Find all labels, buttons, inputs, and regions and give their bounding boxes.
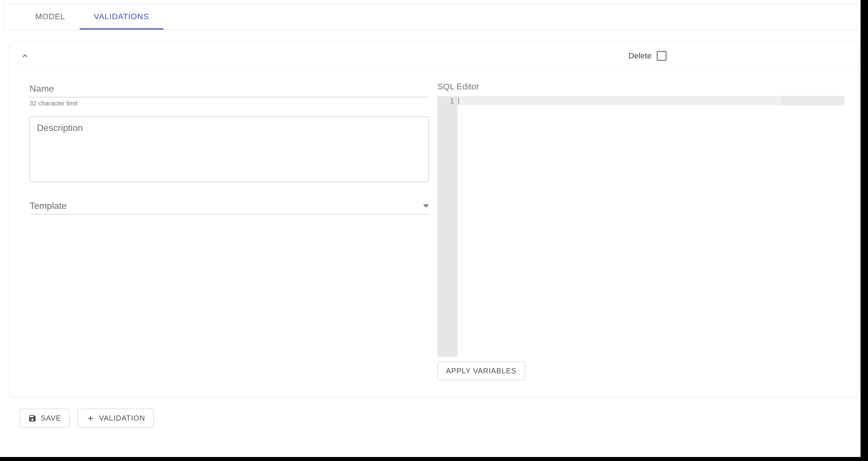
apply-variables-label: APPLY VARIABLES bbox=[446, 366, 517, 375]
delete-toggle: Delete bbox=[628, 51, 666, 61]
apply-variables-button[interactable]: APPLY VARIABLES bbox=[437, 361, 525, 381]
template-placeholder: Template bbox=[30, 201, 67, 211]
tabs-bar: MODEL VALIDATIONS bbox=[3, 3, 865, 30]
template-select[interactable]: Template bbox=[30, 199, 429, 215]
card-header: Delete bbox=[9, 41, 859, 70]
sql-editor[interactable]: 1 bbox=[437, 96, 844, 357]
tab-model[interactable]: MODEL bbox=[21, 4, 80, 30]
tab-validations-label: VALIDATIONS bbox=[94, 12, 149, 21]
add-validation-button[interactable]: VALIDATION bbox=[78, 408, 154, 428]
plus-icon bbox=[86, 414, 95, 423]
sql-line-number: 1 bbox=[439, 97, 454, 105]
sql-cursor bbox=[458, 97, 459, 104]
description-textarea[interactable] bbox=[30, 116, 429, 182]
frame-bottom bbox=[0, 457, 868, 461]
sql-minimap bbox=[781, 96, 844, 105]
chevron-up-icon[interactable] bbox=[21, 52, 29, 60]
add-validation-label: VALIDATION bbox=[99, 414, 145, 423]
sql-code-area[interactable] bbox=[458, 96, 844, 357]
name-input[interactable] bbox=[30, 81, 429, 97]
sql-editor-label: SQL Editor bbox=[437, 81, 844, 91]
name-helper-text: 32 character limit bbox=[30, 100, 429, 107]
footer-actions: SAVE VALIDATION bbox=[3, 403, 865, 433]
save-button[interactable]: SAVE bbox=[20, 408, 70, 428]
tab-model-label: MODEL bbox=[35, 12, 65, 21]
sql-gutter: 1 bbox=[437, 96, 458, 357]
delete-checkbox[interactable] bbox=[657, 51, 666, 61]
save-label: SAVE bbox=[41, 414, 61, 423]
frame-right bbox=[861, 0, 868, 461]
caret-down-icon bbox=[423, 204, 429, 208]
validation-card: Delete 32 character limit Template SQL E… bbox=[9, 41, 859, 397]
tab-validations[interactable]: VALIDATIONS bbox=[80, 4, 163, 30]
save-icon bbox=[28, 414, 37, 423]
delete-label: Delete bbox=[628, 51, 652, 61]
